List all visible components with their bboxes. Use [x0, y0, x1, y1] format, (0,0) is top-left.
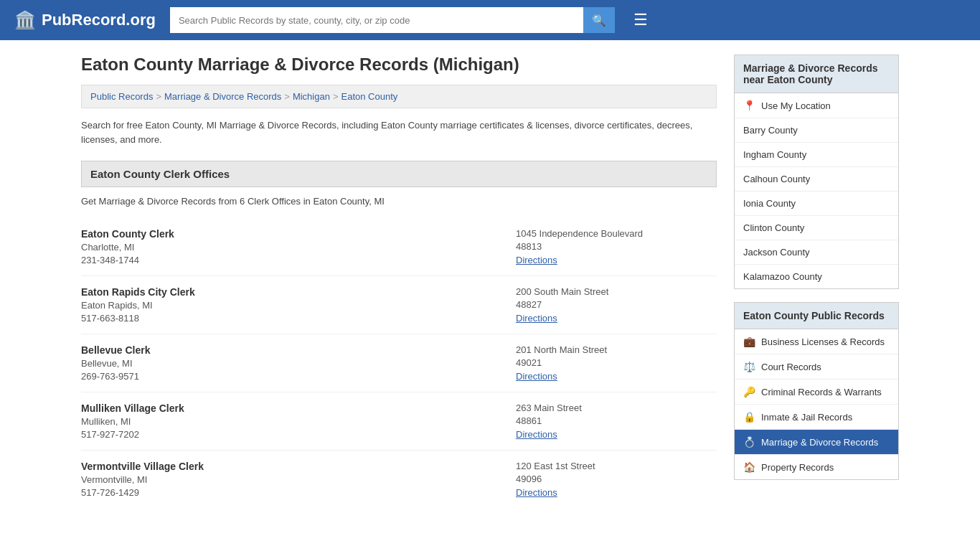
clerk-city: Charlotte, MI [81, 242, 501, 253]
breadcrumb-sep-1: > [156, 91, 161, 102]
header: 🏛️ PubRecord.org 🔍 ☰ [0, 0, 980, 40]
breadcrumb-link-eaton[interactable]: Eaton County [341, 91, 398, 102]
county-link-item[interactable]: Ionia County [735, 192, 898, 216]
clerk-record: Eaton Rapids City Clerk Eaton Rapids, MI… [81, 276, 717, 334]
clerk-left: Bellevue Clerk Bellevue, MI 269-763-9571 [81, 344, 516, 382]
pub-record-icon: 🔑 [743, 386, 755, 397]
clerk-record: Vermontville Village Clerk Vermontville,… [81, 451, 717, 508]
pub-record-label: Inmate & Jail Records [761, 412, 852, 423]
sidebar: Marriage & Divorce Records near Eaton Co… [734, 55, 899, 508]
sidebar-nearby-links: 📍 Use My Location Barry CountyIngham Cou… [734, 93, 899, 289]
clerk-name: Mulliken Village Clerk [81, 402, 501, 414]
clerk-address: 201 North Main Street [516, 344, 717, 355]
clerk-phone: 517-927-7202 [81, 429, 501, 440]
clerk-address: 1045 Independence Boulevard [516, 228, 717, 239]
clerk-phone: 269-763-9571 [81, 371, 501, 382]
logo-text: PubRecord.org [42, 11, 156, 29]
pub-record-label: Criminal Records & Warrants [761, 387, 882, 397]
clerk-section-desc: Get Marriage & Divorce Records from 6 Cl… [81, 196, 717, 207]
page-description: Search for free Eaton County, MI Marriag… [81, 118, 717, 146]
clerk-record: Eaton County Clerk Charlotte, MI 231-348… [81, 218, 717, 276]
clerk-zip: 49021 [516, 357, 717, 368]
county-list: Barry CountyIngham CountyCalhoun CountyI… [735, 118, 898, 288]
breadcrumb-link-michigan[interactable]: Michigan [293, 91, 330, 102]
directions-link[interactable]: Directions [516, 429, 557, 440]
content-area: Eaton County Marriage & Divorce Records … [81, 55, 717, 508]
search-icon: 🔍 [592, 14, 606, 27]
public-record-item[interactable]: 🏠 Property Records [735, 455, 898, 479]
clerk-city: Eaton Rapids, MI [81, 300, 501, 311]
clerk-zip: 48813 [516, 241, 717, 252]
pub-record-icon: 💼 [743, 336, 755, 347]
breadcrumb-link-public-records[interactable]: Public Records [90, 91, 153, 102]
location-icon: 📍 [743, 100, 755, 111]
menu-button[interactable]: ☰ [629, 11, 652, 29]
clerk-name: Bellevue Clerk [81, 344, 501, 356]
sidebar-public-records-title: Eaton County Public Records [734, 302, 899, 329]
breadcrumb-sep-2: > [284, 91, 290, 102]
public-record-item[interactable]: ⚖️ Court Records [735, 354, 898, 380]
pub-record-label: Court Records [761, 362, 821, 372]
main-container: Eaton County Marriage & Divorce Records … [60, 40, 920, 522]
sidebar-nearby-title: Marriage & Divorce Records near Eaton Co… [734, 55, 899, 93]
search-button[interactable]: 🔍 [583, 7, 615, 33]
clerk-right: 200 South Main Street 48827 Directions [516, 286, 717, 324]
clerk-record: Bellevue Clerk Bellevue, MI 269-763-9571… [81, 334, 717, 392]
clerk-left: Mulliken Village Clerk Mulliken, MI 517-… [81, 402, 516, 440]
public-record-item[interactable]: 💍 Marriage & Divorce Records [735, 430, 898, 455]
county-link-item[interactable]: Clinton County [735, 216, 898, 240]
search-bar: 🔍 [170, 7, 615, 33]
clerk-name: Vermontville Village Clerk [81, 461, 501, 472]
clerk-left: Eaton County Clerk Charlotte, MI 231-348… [81, 228, 516, 265]
clerk-name: Eaton Rapids City Clerk [81, 286, 501, 298]
page-title: Eaton County Marriage & Divorce Records … [81, 55, 717, 75]
directions-link[interactable]: Directions [516, 255, 557, 265]
pub-record-icon: 🔒 [743, 411, 755, 423]
pub-record-icon: 🏠 [743, 461, 755, 473]
clerk-right: 120 East 1st Street 49096 Directions [516, 461, 717, 498]
pub-record-icon: 💍 [743, 436, 755, 448]
clerk-city: Vermontville, MI [81, 474, 501, 485]
clerk-right: 263 Main Street 48861 Directions [516, 402, 717, 440]
clerk-address: 120 East 1st Street [516, 461, 717, 471]
clerk-phone: 517-663-8118 [81, 313, 501, 324]
county-link-item[interactable]: Jackson County [735, 240, 898, 265]
clerk-phone: 517-726-1429 [81, 487, 501, 498]
directions-link[interactable]: Directions [516, 313, 557, 324]
use-location-item[interactable]: 📍 Use My Location [735, 93, 898, 118]
logo[interactable]: 🏛️ PubRecord.org [14, 10, 156, 30]
county-link-item[interactable]: Kalamazoo County [735, 265, 898, 288]
breadcrumb-link-marriage[interactable]: Marriage & Divorce Records [164, 91, 281, 102]
breadcrumb-sep-3: > [333, 91, 339, 102]
clerk-section-header: Eaton County Clerk Offices [81, 161, 717, 187]
county-link-item[interactable]: Ingham County [735, 143, 898, 167]
clerk-zip: 48861 [516, 415, 717, 426]
clerk-left: Eaton Rapids City Clerk Eaton Rapids, MI… [81, 286, 516, 324]
pub-record-label: Property Records [761, 462, 834, 473]
clerk-zip: 49096 [516, 474, 717, 484]
pub-record-icon: ⚖️ [743, 361, 755, 372]
clerk-list: Eaton County Clerk Charlotte, MI 231-348… [81, 218, 717, 508]
directions-link[interactable]: Directions [516, 371, 557, 382]
county-link-item[interactable]: Calhoun County [735, 167, 898, 192]
sidebar-public-records-links: 💼 Business Licenses & Records ⚖️ Court R… [734, 329, 899, 480]
public-record-item[interactable]: 🔒 Inmate & Jail Records [735, 405, 898, 430]
clerk-right: 201 North Main Street 49021 Directions [516, 344, 717, 382]
clerk-address: 200 South Main Street [516, 286, 717, 297]
clerk-record: Mulliken Village Clerk Mulliken, MI 517-… [81, 392, 717, 451]
clerk-city: Mulliken, MI [81, 416, 501, 427]
pub-record-label: Marriage & Divorce Records [761, 437, 878, 448]
directions-link[interactable]: Directions [516, 487, 557, 498]
clerk-phone: 231-348-1744 [81, 255, 501, 265]
public-record-item[interactable]: 💼 Business Licenses & Records [735, 329, 898, 354]
clerk-right: 1045 Independence Boulevard 48813 Direct… [516, 228, 717, 265]
clerk-name: Eaton County Clerk [81, 228, 501, 240]
menu-icon: ☰ [633, 11, 648, 29]
use-location-label: Use My Location [761, 100, 831, 111]
clerk-left: Vermontville Village Clerk Vermontville,… [81, 461, 516, 498]
public-record-item[interactable]: 🔑 Criminal Records & Warrants [735, 380, 898, 405]
clerk-address: 263 Main Street [516, 402, 717, 413]
logo-icon: 🏛️ [14, 10, 36, 30]
county-link-item[interactable]: Barry County [735, 118, 898, 143]
search-input[interactable] [170, 7, 583, 33]
